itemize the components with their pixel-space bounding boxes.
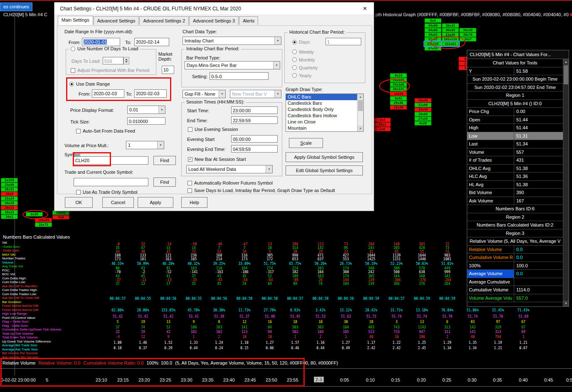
panel-title[interactable]: CLH20[M] 5 Min #4 - Chart Values For...	[467, 50, 569, 59]
weekend-data-select[interactable]: Load All Weekend Data▼	[186, 165, 273, 173]
price-display-format-select[interactable]: 0.01▼	[127, 106, 165, 114]
panel-value-row[interactable]: Last51.34	[467, 140, 563, 148]
adjust-proportional-row[interactable]: Adjust Proportional With Bar Period	[71, 68, 149, 73]
panel-value-row[interactable]: OHLC Avg51.38	[467, 165, 563, 173]
panel-value-row[interactable]: HL Avg51.38	[467, 181, 563, 189]
tab-advanced-settings[interactable]: Advanced Settings	[94, 16, 139, 25]
trade-symbol-input[interactable]	[74, 178, 148, 186]
panel-value-row[interactable]: Average Volume0.0	[467, 270, 563, 278]
gap-fill-select[interactable]: Gap Fill - None▼	[182, 90, 226, 98]
new-trend-bar-select[interactable]: New Trend Bar V▼	[230, 90, 281, 98]
panel-value-row[interactable]: Volume557	[467, 148, 563, 157]
use-evening-session-row[interactable]: Use Evening Session	[188, 127, 238, 132]
new-bar-at-session-start-row[interactable]: ✓ New Bar At Session Start	[188, 157, 246, 162]
checkbox-icon[interactable]	[187, 181, 192, 185]
radio-icon[interactable]	[292, 40, 297, 44]
date-to-input[interactable]: 2020-02-14	[134, 38, 169, 46]
market-depth-input[interactable]: 10	[162, 66, 174, 74]
edit-global-symbol-settings-button[interactable]: Edit Global Symbol Settings	[286, 165, 363, 175]
cancel-button[interactable]: Cancel	[102, 197, 134, 208]
panel-section-row[interactable]: Chart Values for Tools	[467, 59, 563, 67]
panel-section-row[interactable]: Numbers Bars ID:6	[467, 205, 563, 213]
bar-period-type-select[interactable]: Days-Mins-Secs Per Bar▼	[185, 61, 280, 69]
radio-icon[interactable]	[71, 47, 75, 51]
panel-value-row[interactable]: High51.44	[467, 124, 563, 132]
timeline-label[interactable]: 0:5	[566, 377, 572, 382]
auto-set-row[interactable]: Auto-Set From Data Feed	[76, 128, 135, 133]
hist-days-input[interactable]: 1	[325, 38, 361, 45]
panel-section-row[interactable]: Numbers Bars Calculated Values ID:2	[467, 221, 563, 229]
setting-input[interactable]: 0-5-0	[210, 72, 269, 80]
graph-draw-item[interactable]: Candlestick Body Only	[286, 106, 357, 113]
panel-value-row[interactable]: Open51.44	[467, 116, 563, 124]
start-time-input[interactable]: 23:00:00	[231, 106, 278, 114]
evening-start-input[interactable]: 05:00:00	[231, 135, 278, 143]
chevron-down-icon[interactable]: ▼	[273, 62, 280, 69]
tab-advanced-settings-2[interactable]: Advanced Settings 2	[139, 16, 189, 25]
chevron-down-icon[interactable]: ▼	[158, 106, 165, 113]
tick-size-input[interactable]: 0.010000	[127, 117, 165, 125]
graph-draw-item[interactable]: Line on Close	[286, 119, 357, 125]
hist-period-option[interactable]: Weekly	[292, 48, 318, 56]
panel-value-row[interactable]: Volume Average Volu557.0	[467, 294, 563, 303]
graph-draw-item[interactable]: Mountain	[286, 125, 357, 131]
panel-section-row[interactable]: Region 3	[467, 229, 563, 238]
panel-value-row[interactable]: Low51.31	[467, 132, 563, 141]
rollover-row[interactable]: Automatically Rollover Futures Symbol	[187, 180, 273, 185]
chevron-down-icon[interactable]: ▼	[266, 165, 272, 173]
chart-data-type-select[interactable]: Intraday Chart▼	[182, 37, 281, 45]
scrollbar-thumb[interactable]	[358, 100, 363, 111]
checkbox-checked-icon[interactable]: ✓	[188, 157, 192, 162]
timeline-label[interactable]: 0:05	[340, 377, 349, 382]
hist-period-option[interactable]: Monthly	[292, 56, 318, 64]
apply-global-symbol-settings-button[interactable]: Apply Global Symbol Settings	[286, 152, 363, 162]
panel-value-row[interactable]: Ask Volume167	[467, 197, 563, 205]
checkbox-icon[interactable]	[76, 190, 81, 195]
chevron-down-icon[interactable]: ▼	[219, 90, 225, 98]
panel-scrollbar[interactable]: ▲ ▼	[563, 59, 569, 306]
help-button[interactable]: Help	[181, 197, 207, 208]
scroll-down-icon[interactable]: ▼	[563, 301, 569, 306]
tab-main-settings[interactable]: Main Settings	[58, 16, 93, 25]
timeline-label[interactable]: 0:35	[493, 377, 502, 382]
end-time-input[interactable]: 22:59:59	[231, 116, 278, 124]
apply-button[interactable]: Apply	[138, 197, 173, 208]
timeline-label[interactable]: 0:25	[442, 377, 451, 382]
find-symbol-button[interactable]: Find	[153, 156, 176, 165]
timeline-label[interactable]: 0:40	[519, 377, 528, 382]
scale-button[interactable]: Scale	[289, 138, 323, 148]
panel-value-row[interactable]: 100%100.0	[467, 262, 563, 270]
graph-draw-item[interactable]: Candlestick Bars	[286, 100, 357, 106]
panel-value-row[interactable]: Relative Volume0.0	[467, 246, 563, 254]
checkbox-icon[interactable]	[71, 68, 75, 73]
date-from-input[interactable]: 2020-01-01	[82, 38, 120, 46]
graph-draw-item[interactable]: OHLC Bars	[286, 94, 357, 100]
panel-section-row[interactable]: Sun 2020-02-02 23:04:57.002 End Time	[467, 84, 563, 92]
panel-section-row[interactable]: Region 1	[467, 91, 563, 100]
scroll-up-icon[interactable]: ▲	[358, 94, 363, 100]
panel-value-row[interactable]: # of Trades431	[467, 156, 563, 165]
panel-section-row[interactable]: Region 2	[467, 213, 563, 222]
find-trade-symbol-button[interactable]: Find	[153, 178, 176, 187]
volume-mult-select[interactable]: 1▼	[126, 141, 164, 149]
panel-value-row[interactable]: Average Cumulative	[467, 278, 563, 286]
timeline-label[interactable]: 0:10	[366, 377, 375, 382]
tab-alerts[interactable]: Alerts	[239, 16, 258, 25]
use-days-radio-row[interactable]: Use Number Of Days To Load	[69, 46, 140, 51]
timeline-label[interactable]: 0:20	[417, 377, 426, 382]
scrollbar-thumb[interactable]	[564, 65, 568, 84]
listbox-scrollbar[interactable]: ▲ ▼	[357, 94, 363, 131]
hist-period-days[interactable]: Days:	[292, 39, 311, 44]
checkbox-icon[interactable]	[188, 127, 192, 132]
evening-end-input[interactable]: 04:59:59	[231, 145, 278, 153]
scroll-up-icon[interactable]: ▲	[563, 59, 569, 65]
scroll-down-icon[interactable]: ▼	[358, 126, 363, 131]
panel-section-row[interactable]: CLH20[M] 5 Min #4 () ID:0	[467, 100, 563, 108]
panel-section-row[interactable]: Relative Volume (5, All Days, Yes, Avera…	[467, 237, 563, 246]
checkbox-icon[interactable]	[76, 129, 81, 133]
trade-only-row[interactable]: Use As Trade Only Symbol	[76, 190, 137, 195]
graph-draw-item[interactable]: Candlestick Bars Hollow	[286, 113, 357, 119]
timeline-label[interactable]: 0:15	[391, 377, 400, 382]
close-icon[interactable]: ✕	[360, 4, 370, 13]
hist-period-option[interactable]: Quarterly	[292, 64, 318, 71]
